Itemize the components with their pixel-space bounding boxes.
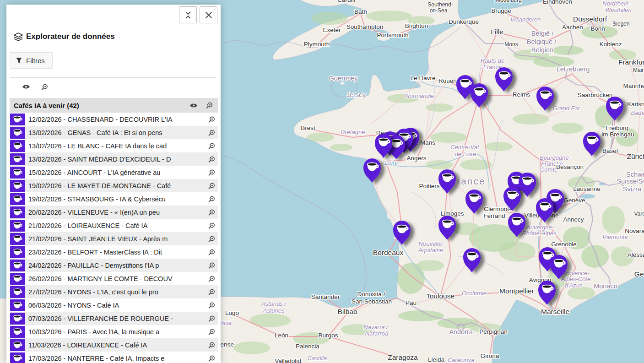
feature-row[interactable]: 17/03/2026 - NANTERRE - Café IA, Impacts… (10, 352, 218, 363)
feature-row[interactable]: 21/02/2026 - LOIREAUXENCE - Café IA (10, 219, 218, 232)
feature-row[interactable]: 15/02/2026 - AINCOURT - L'IA générative … (10, 166, 218, 179)
map-label: Zürich (627, 152, 644, 160)
toggle-layer-visibility-button[interactable] (189, 102, 198, 109)
zoom-to-feature-icon[interactable] (208, 116, 215, 123)
feature-row[interactable]: 06/03/2026 - NYONS - Café IA (10, 298, 218, 312)
feature-row[interactable]: 24/02/2026 - PAUILLAC - Demystifions l'I… (10, 259, 218, 272)
zoom-to-feature-icon[interactable] (208, 169, 215, 176)
zoom-to-feature-icon[interactable] (208, 302, 215, 309)
feature-label: 19/02/2026 - LE MAYET-DE-MONTAGNE - Café (28, 182, 208, 190)
map-label: Normandie (405, 92, 434, 99)
map-label: Hauts-de- (480, 57, 507, 64)
zoom-to-feature-icon[interactable] (208, 315, 215, 322)
zoom-to-feature-icon[interactable] (208, 249, 215, 255)
feature-row[interactable]: 26/02/2026 - MARTIGNY LE COMTE - DECOUV (10, 272, 218, 285)
filters-button[interactable]: Filtres (10, 52, 53, 69)
zoom-to-feature-icon[interactable] (208, 289, 215, 295)
feature-label: 13/02/2026 - SAINT MÉDARD D'EXCIDEUIL - … (28, 156, 208, 163)
map-label: Valladolid (275, 358, 301, 363)
feature-row[interactable]: 27/02/2026 - NYONS - L'IA, c'est quoi le… (10, 285, 218, 298)
map-label: Andorra (449, 328, 473, 336)
feature-row[interactable]: 13/02/2026 - GENAS - Café IA : Et si on … (10, 126, 218, 139)
zoom-to-feature-icon[interactable] (208, 209, 215, 216)
feature-row[interactable]: 07/03/2026 - VILLEFRANCHE DE ROUERGUE - (10, 312, 218, 325)
zoom-to-feature-icon[interactable] (208, 355, 215, 362)
map-label: San Sebastián (352, 298, 392, 305)
map-label: Navarra / (363, 324, 389, 330)
coffee-cup-icon (10, 153, 25, 165)
zoom-to-feature-icon[interactable] (208, 130, 215, 136)
map-label: Poitiers (419, 183, 439, 190)
feature-row[interactable]: 12/02/2026 - CHASSENARD - DECOUVRIR L'IA (10, 113, 218, 126)
layers-icon (14, 33, 23, 41)
map-label: Cardiff (337, 0, 356, 3)
map-label: Suisse/Svizzera (617, 178, 644, 185)
map-label: Asturias / (261, 300, 287, 307)
map-label: Bath (354, 8, 367, 15)
map-label: Lugo (225, 309, 239, 316)
coffee-cup-icon (10, 299, 25, 311)
map-label: Bilbao (337, 308, 357, 315)
map-label: Ferrand (483, 212, 505, 219)
coffee-cup-icon (10, 220, 25, 232)
feature-label: 23/02/2026 - BELFORT - MasterClass IA : … (28, 249, 208, 256)
map-label: Middelburg (494, 0, 521, 3)
coffee-cup-icon (10, 260, 25, 271)
map-label: Donostia / (357, 291, 385, 298)
feature-row[interactable]: 20/02/2026 - VILLENEUVE - « I(en)A un pe… (10, 206, 218, 219)
zoom-to-feature-icon[interactable] (208, 276, 215, 282)
feature-list: 12/02/2026 - CHASSENARD - DECOUVRIR L'IA… (10, 113, 218, 363)
feature-row[interactable]: 10/03/2026 - PARIS - Avec l'IA, la musiq… (10, 325, 218, 338)
map-label: Main (633, 67, 644, 73)
zoom-to-feature-icon[interactable] (208, 196, 215, 202)
feature-label: 15/02/2026 - AINCOURT - L'IA générative … (28, 169, 208, 176)
feature-label: 17/03/2026 - NANTERRE - Café IA, Impacts… (28, 355, 208, 362)
zoom-to-layer-button[interactable] (206, 102, 212, 108)
zoom-to-feature-icon[interactable] (208, 143, 215, 149)
feature-row[interactable]: 13/02/2026 - SAINT MÉDARD D'EXCIDEUIL - … (10, 152, 218, 166)
zoom-to-feature-icon[interactable] (208, 183, 215, 189)
feature-row[interactable]: 13/02/2026 - LE BLANC - CAFE IA dans le … (10, 139, 218, 152)
feature-row[interactable]: 11/03/2026 - LOIREAUXENCE - Café IA (10, 338, 218, 352)
collapse-panel-button[interactable] (179, 6, 197, 23)
map-label: Novara (625, 228, 644, 234)
feature-label: 06/03/2026 - NYONS - Café IA (28, 302, 208, 309)
coffee-cup-icon (10, 127, 25, 139)
feature-label: 12/02/2026 - CHASSENARD - DECOUVRIR L'IA (28, 116, 208, 123)
map-label: Southampton (346, 23, 383, 30)
feature-row[interactable]: 21/02/2026 - SAINT JEAN LE VIEUX - Après… (10, 232, 218, 245)
zoom-to-feature-icon[interactable] (208, 156, 215, 163)
map-label: Siegen (612, 21, 629, 27)
map-label: Centre-Val (450, 144, 479, 151)
zoom-to-feature-icon[interactable] (208, 236, 215, 242)
map-label: Le Havre (411, 75, 436, 81)
feature-row[interactable]: 19/02/2026 - STRASBOURG - IA & Cybersécu (10, 192, 218, 206)
map-label: Annecy (563, 216, 584, 223)
map-label: Southend- (428, 1, 453, 8)
toggle-all-visibility-button[interactable] (22, 83, 30, 90)
eye-icon (22, 83, 30, 90)
map-label: Portsmouth (377, 32, 408, 38)
zoom-to-feature-icon[interactable] (208, 329, 215, 335)
zoom-to-all-button[interactable] (41, 84, 48, 90)
coffee-cup-icon (10, 313, 25, 325)
map-label: Eindhoven (543, 0, 572, 5)
map-label: Bretagne (341, 129, 365, 135)
zoom-to-feature-icon[interactable] (208, 262, 215, 269)
zoom-to-feature-icon[interactable] (208, 342, 215, 348)
feature-row[interactable]: 23/02/2026 - BELFORT - MasterClass IA : … (10, 245, 218, 259)
map-label: Catalunya (448, 357, 475, 363)
map-label: Lëtzebuerg (557, 65, 590, 73)
close-icon (205, 11, 212, 19)
map-label: Limoges (440, 210, 464, 217)
coffee-cup-icon (10, 140, 25, 152)
close-panel-button[interactable] (200, 6, 217, 23)
layer-name: Cafés IA à venir (42) (14, 102, 189, 109)
map-label: de Loire (455, 151, 476, 157)
zoom-to-feature-icon[interactable] (208, 222, 215, 229)
feature-row[interactable]: 19/02/2026 - LE MAYET-DE-MONTAGNE - Café (10, 179, 218, 192)
feature-label: 20/02/2026 - VILLENEUVE - « I(en)A un pe… (28, 209, 208, 216)
map-label: Reims (513, 91, 530, 98)
map-label: Genève (563, 197, 585, 204)
map-label: Svizra (623, 185, 642, 193)
